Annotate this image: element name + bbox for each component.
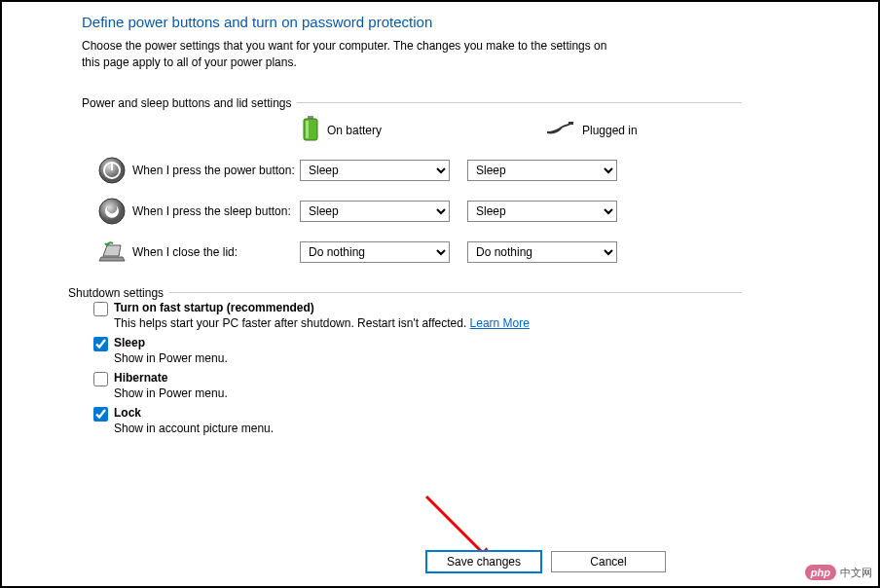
power-button-plugged-select[interactable]: Sleep	[467, 160, 617, 181]
power-button-label: When I press the power button:	[132, 164, 300, 177]
sleep-button-battery-select[interactable]: Sleep	[300, 201, 450, 222]
hibernate-checkbox[interactable]	[93, 372, 108, 386]
save-button[interactable]: Save changes	[426, 551, 541, 572]
hibernate-title: Hibernate	[114, 371, 167, 385]
svg-rect-3	[568, 122, 573, 125]
plug-icon	[545, 120, 574, 140]
fast-startup-sub: This helps start your PC faster after sh…	[114, 316, 470, 330]
sleep-button-icon	[97, 197, 127, 226]
on-battery-label: On battery	[327, 124, 382, 137]
fast-startup-checkbox[interactable]	[93, 302, 108, 316]
watermark: php 中文网	[805, 565, 872, 580]
cancel-button[interactable]: Cancel	[551, 551, 666, 572]
power-button-battery-select[interactable]: Sleep	[300, 160, 450, 181]
sleep-button-plugged-select[interactable]: Sleep	[467, 201, 617, 222]
page-description: Choose the power settings that you want …	[82, 38, 627, 71]
shutdown-legend: Shutdown settings	[68, 286, 169, 300]
plugged-in-label: Plugged in	[582, 124, 638, 137]
lid-battery-select[interactable]: Do nothing	[300, 241, 450, 263]
power-button-icon	[97, 156, 127, 185]
watermark-text: 中文网	[840, 566, 872, 580]
lock-checkbox[interactable]	[93, 407, 108, 422]
php-logo: php	[805, 565, 836, 580]
sleep-checkbox[interactable]	[93, 337, 108, 351]
lid-plugged-select[interactable]: Do nothing	[467, 241, 617, 263]
lock-title: Lock	[114, 406, 141, 420]
learn-more-link[interactable]: Learn More	[470, 316, 530, 330]
hibernate-sub: Show in Power menu.	[114, 386, 228, 400]
sleep-sub: Show in Power menu.	[114, 351, 228, 365]
lid-label: When I close the lid:	[132, 245, 300, 259]
power-sleep-legend: Power and sleep buttons and lid settings	[82, 96, 297, 110]
sleep-title: Sleep	[114, 336, 145, 349]
svg-line-8	[426, 496, 489, 559]
lid-icon	[97, 238, 127, 267]
sleep-button-label: When I press the sleep button:	[132, 204, 300, 218]
svg-point-7	[99, 199, 125, 224]
lock-sub: Show in account picture menu.	[114, 422, 274, 435]
battery-icon	[302, 116, 319, 144]
fast-startup-title: Turn on fast startup (recommended)	[114, 301, 314, 314]
svg-rect-2	[306, 121, 309, 138]
page-title: Define power buttons and turn on passwor…	[82, 14, 742, 30]
